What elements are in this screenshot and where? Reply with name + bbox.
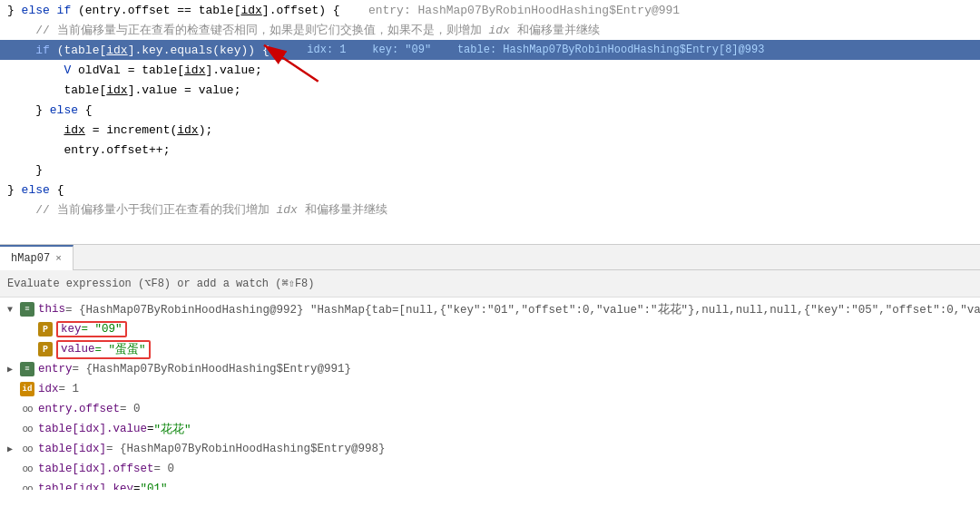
debug-toolbar: Evaluate expression (⌥F8) or add a watch… (0, 270, 980, 298)
debug-row-table-idx-key[interactable]: oo table[idx].key = "01" (0, 479, 980, 490)
debug-row-entry[interactable]: ≡ entry = {HashMap07ByRobinHoodHashing$E… (0, 359, 980, 379)
entry-icon: ≡ (20, 362, 34, 376)
tab-hmap07[interactable]: hMap07 × (0, 245, 74, 270)
debug-row-idx[interactable]: id idx = 1 (0, 379, 980, 399)
table-idx-offset-icon: oo (20, 462, 34, 476)
code-line-4: V oldVal = table[idx].value; (0, 60, 980, 80)
debug-row-table-idx-value[interactable]: oo table[idx].value = "花花" (0, 419, 980, 439)
entry-offset-icon: oo (20, 402, 34, 416)
key-icon: P (38, 322, 53, 337)
code-line-11: // 当前偏移量小于我们正在查看的我们增加 idx 和偏移量并继续 (0, 200, 980, 219)
code-line-6: } else { (0, 100, 980, 120)
code-line-1: } else if (entry.offset == table[idx].of… (0, 0, 980, 20)
debug-row-value[interactable]: P value = "蛋蛋" (0, 339, 980, 359)
idx-icon: id (20, 382, 34, 396)
this-icon: ≡ (20, 302, 34, 317)
code-line-10: } else { (0, 180, 980, 200)
tab-label: hMap07 (11, 252, 50, 265)
debug-row-key[interactable]: P key = "09" (0, 319, 980, 339)
debug-row-table-idx[interactable]: oo table[idx] = {HashMap07ByRobinHoodHas… (0, 439, 980, 459)
table-idx-icon: oo (20, 442, 34, 456)
code-line-9: } (0, 160, 980, 180)
code-line-5: table[idx].value = value; (0, 80, 980, 100)
code-line-7: idx = increment(idx); (0, 120, 980, 140)
debug-row-entry-offset[interactable]: oo entry.offset = 0 (0, 399, 980, 419)
debug-content[interactable]: ≡ this = {HashMap07ByRobinHoodHashing@99… (0, 298, 980, 490)
table-idx-value-icon: oo (20, 422, 34, 436)
value-icon: P (38, 342, 53, 356)
expand-table-idx-arrow[interactable] (7, 444, 20, 454)
tab-bar: hMap07 × (0, 245, 980, 270)
expand-entry-arrow[interactable] (7, 364, 20, 375)
code-area: } else if (entry.offset == table[idx].of… (0, 0, 980, 245)
code-line-8: entry.offset++; (0, 140, 980, 160)
debug-row-this[interactable]: ≡ this = {HashMap07ByRobinHoodHashing@99… (0, 299, 980, 319)
expand-this-arrow[interactable] (7, 305, 20, 315)
main-container: } else if (entry.offset == table[idx].of… (0, 0, 980, 517)
table-idx-key-icon: oo (20, 482, 34, 490)
evaluate-expression-label: Evaluate expression (⌥F8) or add a watch… (7, 277, 315, 290)
tab-close-button[interactable]: × (55, 253, 62, 264)
debug-panel: Evaluate expression (⌥F8) or add a watch… (0, 270, 980, 490)
debug-row-table-idx-offset[interactable]: oo table[idx].offset = 0 (0, 459, 980, 479)
code-line-3-highlighted: if (table[idx].key.equals(key)) { idx: 1… (0, 40, 980, 60)
code-line-2: // 当前偏移量与正在查看的检查键否相同，如果是则它们交换值，如果不是，则增加 … (0, 20, 980, 40)
